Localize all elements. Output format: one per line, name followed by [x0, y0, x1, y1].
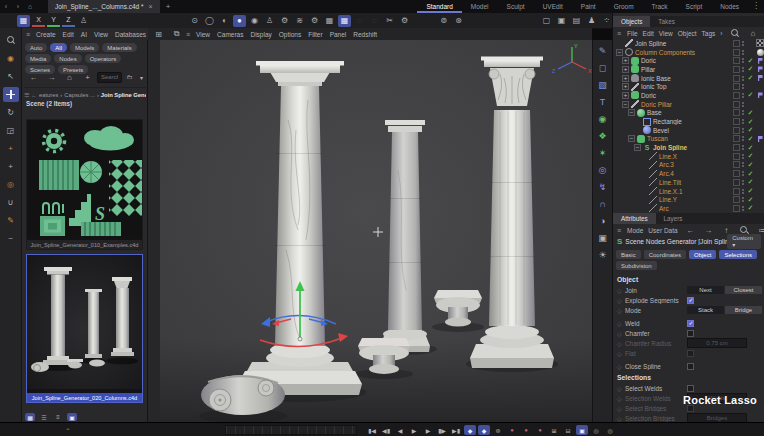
coord-icon[interactable]: + — [3, 159, 19, 174]
menu-item-tags[interactable]: Tags — [702, 30, 716, 37]
object-tree-row-doric-pillar[interactable]: −Doric Pillar — [613, 100, 764, 109]
field-chamfer-radius[interactable]: 0.75 cm — [687, 338, 747, 349]
simulation-gear-icon[interactable]: ⚙ — [308, 15, 321, 27]
visibility-dots[interactable] — [742, 180, 744, 185]
render-circle-icon-2[interactable]: ◎ — [604, 425, 616, 435]
menu-item-options[interactable]: Options — [279, 31, 301, 38]
layer-toggle[interactable] — [733, 196, 740, 203]
visibility-dots[interactable] — [742, 128, 744, 133]
enabled-check[interactable]: ✓ — [746, 74, 755, 82]
workspace-tab-standard[interactable]: Standard — [417, 0, 461, 13]
am-tab-layers[interactable]: Layers — [656, 213, 691, 224]
breadcrumb-item-capsules[interactable]: Capsules ... — [64, 92, 95, 98]
play-icon[interactable]: ▶ — [408, 425, 420, 435]
magnet-icon[interactable]: ∪ — [3, 195, 19, 210]
menu-item-user-data[interactable]: User Data — [648, 227, 677, 234]
render-settings-icon[interactable]: ⊛ — [452, 15, 465, 27]
checkbox-weld[interactable] — [687, 320, 694, 327]
new-tab-button[interactable]: + — [166, 2, 171, 11]
expand-toggle[interactable]: − — [628, 109, 635, 116]
move-icon[interactable] — [3, 87, 19, 102]
filter-chip-materials[interactable]: Materials — [102, 43, 136, 52]
visibility-dots[interactable] — [742, 110, 744, 115]
cut-gear-icon[interactable]: ⚙ — [398, 15, 411, 27]
menu-item-databases[interactable]: Databases — [115, 31, 146, 38]
layout-window-icon[interactable]: ▢ — [540, 15, 553, 27]
preset-dropdown[interactable]: Custom ▾ — [727, 234, 761, 249]
environment-icon[interactable]: ◑ — [595, 214, 610, 228]
section-tab-object[interactable]: Object — [689, 250, 716, 259]
keyframe-dot-icon[interactable]: ◇ — [617, 350, 625, 357]
keyframe-dot-icon[interactable]: ◇ — [617, 287, 625, 294]
workspace-tab-sculpt[interactable]: Sculpt — [498, 0, 534, 13]
next-frame-icon[interactable]: ▶ — [422, 425, 434, 435]
object-tree-row-rectangle[interactable]: Rectangle✓ — [613, 117, 764, 126]
om-tab-takes[interactable]: Takes — [650, 16, 682, 27]
viewport-layout-icon[interactable]: ⊞ — [152, 28, 165, 40]
keyframe-dot-icon[interactable]: ◇ — [617, 385, 625, 392]
deformer-icon[interactable]: ◎ — [595, 163, 610, 177]
enabled-check[interactable]: ✓ — [746, 135, 755, 143]
keyframe-dot-icon[interactable]: ◇ — [617, 405, 625, 412]
motext-icon[interactable]: T — [595, 95, 610, 109]
more-workspaces-icon[interactable]: ⋮ — [752, 1, 760, 10]
enabled-check[interactable]: ✓ — [746, 109, 755, 117]
rotate-icon[interactable]: ↻ — [3, 105, 19, 120]
layer-toggle[interactable] — [733, 127, 740, 134]
layer-toggle[interactable] — [733, 109, 740, 116]
home-folder-icon[interactable]: ⌂ — [63, 71, 76, 83]
home-icon[interactable]: ⌂ — [24, 3, 36, 10]
visibility-dots[interactable] — [742, 93, 744, 98]
menu-item-object[interactable]: Object — [678, 30, 697, 37]
visibility-dots[interactable] — [742, 50, 744, 55]
spline-pen-icon[interactable]: ✎ — [595, 44, 610, 58]
visibility-dots[interactable] — [742, 58, 744, 63]
visibility-dots[interactable] — [742, 84, 744, 89]
scale-icon[interactable]: ◲ — [3, 123, 19, 138]
material-tag-icon[interactable] — [757, 49, 764, 56]
primitive-cube-icon[interactable]: ▧ — [595, 78, 610, 92]
selection-tag-icon[interactable] — [756, 39, 764, 47]
enabled-check[interactable]: ✓ — [746, 170, 755, 178]
filter-chip-media[interactable]: Media — [25, 54, 51, 63]
object-tree-row-join-spline[interactable]: Join Spline — [613, 39, 764, 48]
close-tab-icon[interactable]: × — [149, 3, 153, 10]
info-icon[interactable]: ▣ — [67, 413, 77, 421]
menu-item-redshift[interactable]: Redshift — [353, 31, 377, 38]
checkbox-close-spline[interactable] — [687, 363, 694, 370]
expand-toggle[interactable]: + — [622, 75, 629, 82]
axis-z-button[interactable]: Z — [62, 15, 75, 27]
om-search-icon[interactable] — [728, 27, 741, 39]
section-tab-selections[interactable]: Selections — [719, 250, 757, 259]
visibility-dots[interactable] — [742, 136, 744, 141]
flag-tag-icon[interactable] — [758, 136, 763, 142]
ring-select-icon[interactable]: ◯ — [203, 15, 216, 27]
snap-icon[interactable]: ◎ — [3, 177, 19, 192]
om-tab-objects[interactable]: Objects — [613, 16, 650, 27]
expand-toggle[interactable]: − — [628, 135, 635, 142]
camera-icon[interactable]: ▣ — [595, 231, 610, 245]
menu-item-ai[interactable]: AI — [81, 31, 87, 38]
axis-mod-icon[interactable]: + — [3, 141, 19, 156]
cut-icon[interactable]: ✂ — [383, 15, 396, 27]
render-view-icon[interactable]: ⊚ — [437, 15, 450, 27]
section-tab-subdivision[interactable]: Subdivision — [616, 261, 657, 270]
filter-chip-all[interactable]: All — [50, 43, 67, 52]
view-list-icon[interactable]: ☰ — [39, 413, 49, 421]
expand-toggle[interactable]: − — [634, 144, 641, 151]
layer-toggle[interactable] — [733, 92, 740, 99]
layer-toggle[interactable] — [733, 144, 740, 151]
expand-toggle[interactable]: + — [622, 83, 629, 90]
snap-center-icon[interactable]: ⊙ — [188, 15, 201, 27]
object-tree-row-join-spline[interactable]: −SJoin Spline✓ — [613, 143, 764, 152]
menu-item-panel[interactable]: Panel — [330, 31, 347, 38]
workspace-tab-nodes[interactable]: Nodes — [711, 0, 748, 13]
forward-icon[interactable]: › — [12, 3, 24, 10]
visibility-dots[interactable] — [742, 154, 744, 159]
workplane-icon[interactable]: ▦ — [17, 15, 30, 27]
bend-deformer-icon[interactable]: ∩ — [595, 197, 610, 211]
light-icon[interactable]: ☀ — [595, 248, 610, 262]
object-tree-row-arc[interactable]: Arc✓ — [613, 204, 764, 213]
sidebar-toggle-icon[interactable]: ☰ — [24, 92, 29, 98]
half-sphere-icon[interactable]: ◐ — [218, 15, 231, 27]
